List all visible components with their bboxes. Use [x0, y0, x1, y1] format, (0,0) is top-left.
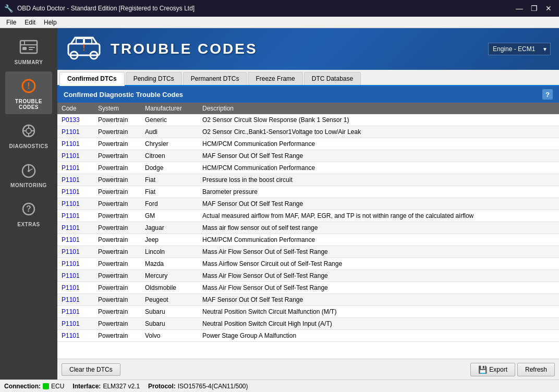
title-bar-controls: — ❐ ✕ — [513, 3, 555, 14]
table-row[interactable]: P1101 Powertrain Subaru Neutral Position… — [57, 306, 559, 318]
cell-system: Powertrain — [94, 150, 141, 162]
tab-freeze-frame[interactable]: Freeze Frame — [248, 72, 302, 85]
refresh-button[interactable]: Refresh — [517, 363, 555, 376]
interface-value: ELM327 v2.1 — [103, 383, 140, 390]
cell-description: O2 Sensor Circ.,Bank1-Sensor1Voltage too… — [198, 126, 559, 138]
protocol-value: ISO15765-4(CAN11/500) — [178, 383, 248, 390]
table-row[interactable]: P1101 Powertrain Lincoln Mass Air Flow S… — [57, 246, 559, 258]
clear-dtcs-button[interactable]: Clear the DTCs — [62, 363, 120, 376]
data-table-wrapper[interactable]: Code System Manufacturer Description P01… — [57, 103, 559, 359]
cell-system: Powertrain — [94, 282, 141, 294]
cell-manufacturer: Dodge — [141, 162, 198, 174]
cell-description: Neutral Position Switch Circuit High Inp… — [198, 318, 559, 330]
maximize-button[interactable]: ❐ — [528, 3, 540, 14]
table-row[interactable]: P1101 Powertrain Chrysler HCM/PCM Commun… — [57, 138, 559, 150]
cell-code: P1101 — [57, 186, 94, 198]
table-row[interactable]: P0133 Powertrain Generic O2 Sensor Circu… — [57, 114, 559, 126]
menu-bar: File Edit Help — [0, 17, 559, 28]
extras-label: EXTRAS — [17, 222, 40, 227]
protocol-info: Protocol: ISO15765-4(CAN11/500) — [148, 383, 248, 390]
cell-system: Powertrain — [94, 162, 141, 174]
cell-description: Actual measured airflow from MAF, MAP, E… — [198, 210, 559, 222]
cell-code: P1101 — [57, 126, 94, 138]
svg-point-15 — [28, 170, 30, 172]
cell-system: Powertrain — [94, 222, 141, 234]
table-row[interactable]: P1101 Powertrain Subaru Neutral Position… — [57, 318, 559, 330]
table-row[interactable]: P1101 Powertrain Citroen MAF Sensor Out … — [57, 150, 559, 162]
table-row[interactable]: P1101 Powertrain Peugeot MAF Sensor Out … — [57, 294, 559, 306]
cell-description: Mass air flow sensor out of self test ra… — [198, 222, 559, 234]
cell-system: Powertrain — [94, 114, 141, 126]
content-area: ! TROUBLE CODES Engine - ECM1 Engine - E… — [57, 28, 559, 379]
cell-code: P1101 — [57, 246, 94, 258]
minimize-button[interactable]: — — [513, 3, 526, 14]
engine-select[interactable]: Engine - ECM1 Engine - ECM2 — [488, 43, 551, 55]
table-header-title: Confirmed Diagnostic Trouble Codes — [64, 91, 183, 99]
table-row[interactable]: P1101 Powertrain Volvo Power Stage Group… — [57, 330, 559, 342]
table-row[interactable]: P1101 Powertrain GM Actual measured airf… — [57, 210, 559, 222]
connection-status: ECU — [51, 383, 64, 390]
cell-manufacturer: Oldsmobile — [141, 282, 198, 294]
tab-permanent-dtcs[interactable]: Permanent DTCs — [183, 72, 247, 85]
export-button[interactable]: 💾 Export — [470, 363, 515, 376]
table-row[interactable]: P1101 Powertrain Mazda Mass Airflow Sens… — [57, 258, 559, 270]
cell-system: Powertrain — [94, 198, 141, 210]
cell-manufacturer: Mercury — [141, 270, 198, 282]
page-title: TROUBLE CODES — [111, 41, 258, 57]
svg-rect-3 — [22, 47, 27, 50]
export-label: Export — [489, 366, 507, 373]
svg-text:!: ! — [27, 81, 30, 90]
right-buttons: 💾 Export Refresh — [470, 363, 555, 376]
trouble-codes-label: TROUBLE CODES — [7, 99, 50, 110]
sidebar-item-extras[interactable]: ? EXTRAS — [5, 194, 52, 231]
cell-code: P1101 — [57, 210, 94, 222]
menu-edit[interactable]: Edit — [20, 18, 40, 27]
menu-file[interactable]: File — [2, 18, 20, 27]
table-row[interactable]: P1101 Powertrain Oldsmobile Mass Air Flo… — [57, 282, 559, 294]
table-row[interactable]: P1101 Powertrain Audi O2 Sensor Circ.,Ba… — [57, 126, 559, 138]
connection-dot — [43, 383, 49, 389]
table-row[interactable]: P1101 Powertrain Fiat Pressure loss in t… — [57, 174, 559, 186]
summary-icon — [16, 36, 41, 57]
cell-manufacturer: Jeep — [141, 234, 198, 246]
cell-system: Powertrain — [94, 270, 141, 282]
cell-manufacturer: Ford — [141, 198, 198, 210]
table-row[interactable]: P1101 Powertrain Ford MAF Sensor Out Of … — [57, 198, 559, 210]
floppy-icon: 💾 — [478, 365, 487, 374]
cell-code: P1101 — [57, 198, 94, 210]
close-button[interactable]: ✕ — [542, 3, 555, 14]
menu-help[interactable]: Help — [40, 18, 61, 27]
cell-manufacturer: Volvo — [141, 330, 198, 342]
cell-code: P0133 — [57, 114, 94, 126]
sidebar: SUMMARY ! TROUBLE CODES — [0, 28, 57, 379]
title-bar: 🔧 OBD Auto Doctor - Standard Edition [Re… — [0, 0, 559, 17]
title-bar-title: OBD Auto Doctor - Standard Edition [Regi… — [17, 5, 509, 12]
trouble-codes-icon: ! — [16, 76, 41, 96]
cell-description: MAF Sensor Out Of Self Test Range — [198, 294, 559, 306]
svg-rect-4 — [29, 47, 35, 48]
cell-manufacturer: GM — [141, 210, 198, 222]
table-row[interactable]: P1101 Powertrain Dodge HCM/PCM Communica… — [57, 162, 559, 174]
sidebar-item-diagnostics[interactable]: DIAGNOSTICS — [5, 116, 52, 153]
table-row[interactable]: P1101 Powertrain Jeep HCM/PCM Communicat… — [57, 234, 559, 246]
sidebar-item-summary[interactable]: SUMMARY — [5, 32, 52, 69]
tab-dtc-database[interactable]: DTC Database — [304, 72, 361, 85]
sidebar-item-trouble-codes[interactable]: ! TROUBLE CODES — [5, 71, 52, 114]
cell-code: P1101 — [57, 174, 94, 186]
cell-system: Powertrain — [94, 234, 141, 246]
cell-description: O2 Sensor Circuit Slow Response (Bank 1 … — [198, 114, 559, 126]
cell-manufacturer: Audi — [141, 126, 198, 138]
col-header-description: Description — [198, 103, 559, 114]
table-row[interactable]: P1101 Powertrain Jaguar Mass air flow se… — [57, 222, 559, 234]
app-icon: 🔧 — [4, 4, 13, 13]
tab-pending-dtcs[interactable]: Pending DTCs — [126, 72, 182, 85]
cell-system: Powertrain — [94, 246, 141, 258]
cell-system: Powertrain — [94, 330, 141, 342]
tab-confirmed-dtcs[interactable]: Confirmed DTCs — [59, 72, 125, 86]
table-row[interactable]: P1101 Powertrain Mercury Mass Air Flow S… — [57, 270, 559, 282]
sidebar-item-monitoring[interactable]: MONITORING — [5, 155, 52, 192]
help-button[interactable]: ? — [542, 89, 553, 100]
monitoring-icon — [16, 160, 41, 180]
cell-description: HCM/PCM Communication Performance — [198, 234, 559, 246]
table-row[interactable]: P1101 Powertrain Fiat Barometer pressure — [57, 186, 559, 198]
